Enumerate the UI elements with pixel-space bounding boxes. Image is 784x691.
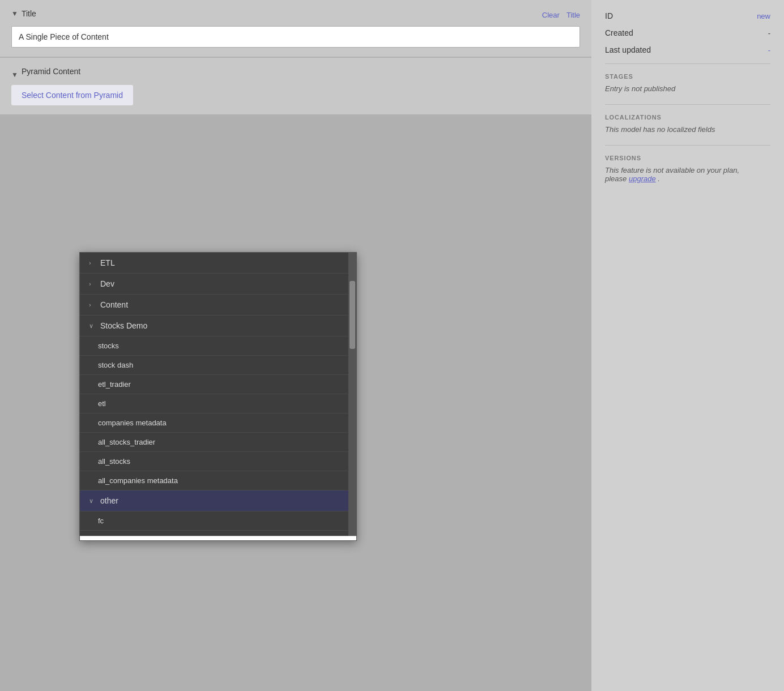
tree-child-fc[interactable]: fc: [80, 511, 348, 531]
stages-section: STAGES Entry is not published: [605, 73, 770, 93]
dropdown-list[interactable]: › ETL › Dev › Content ∨: [80, 253, 348, 536]
dropdown-scroll-area: › ETL › Dev › Content ∨: [80, 253, 356, 536]
last-updated-value: -: [768, 46, 770, 54]
divider-2: [605, 104, 770, 105]
title-actions: Clear Title: [542, 11, 580, 19]
tree-item-label: Dev: [100, 279, 114, 288]
tree-child-label: companies metadata: [98, 419, 167, 427]
expand-arrow-icon: ›: [89, 301, 96, 308]
versions-text2: please: [605, 174, 627, 183]
pyramid-toggle[interactable]: ▼ Pyramid Content: [11, 67, 580, 83]
versions-text: This feature is not available on your pl…: [605, 166, 770, 183]
created-row: Created -: [605, 28, 770, 37]
expand-arrow-icon: ›: [89, 280, 96, 287]
versions-text3: .: [658, 174, 660, 183]
localizations-title: LOCALIZATIONS: [605, 114, 770, 121]
tree-child-etl-tradier[interactable]: etl_tradier: [80, 375, 348, 394]
title-label: Title: [22, 9, 36, 18]
title-header: ▼ Title Clear Title: [11, 9, 580, 20]
upgrade-link[interactable]: upgrade: [629, 174, 656, 183]
collapse-arrow-icon: ▼: [11, 10, 18, 18]
expand-arrow-icon: ∨: [89, 322, 96, 330]
title-toggle[interactable]: ▼ Title: [11, 9, 36, 18]
versions-section: VERSIONS This feature is not available o…: [605, 155, 770, 183]
expand-arrow-icon: ›: [89, 259, 96, 266]
id-value: new: [757, 12, 770, 20]
tree-child-all-stocks[interactable]: all_stocks: [80, 452, 348, 471]
title-input[interactable]: [11, 26, 580, 48]
created-value: -: [768, 29, 770, 37]
id-row: ID new: [605, 11, 770, 20]
tree-child-label: all_companies metadata: [98, 476, 178, 485]
divider-3: [605, 145, 770, 146]
id-label: ID: [605, 11, 613, 20]
localizations-section: LOCALIZATIONS This model has no localize…: [605, 114, 770, 134]
tree-child-label: etl_tradier: [98, 380, 131, 389]
tree-child-stocks[interactable]: stocks: [80, 336, 348, 356]
tree-child-label: etl: [98, 399, 106, 408]
tree-child-label: fc: [98, 517, 104, 525]
right-sidebar: ID new Created - Last updated - STAGES E…: [591, 0, 784, 691]
tree-child-label: all_stocks_tradier: [98, 438, 155, 446]
expand-arrow-icon: ∨: [89, 497, 96, 505]
tree-item-label: Content: [100, 300, 128, 309]
tree-child-label: stock dash: [98, 361, 133, 369]
tree-child-label: all_stocks: [98, 457, 130, 466]
last-updated-label: Last updated: [605, 45, 651, 54]
stages-text: Entry is not published: [605, 84, 770, 93]
tree-item-other[interactable]: ∨ other: [80, 490, 348, 511]
title-link[interactable]: Title: [566, 11, 580, 19]
tree-child-etl[interactable]: etl: [80, 394, 348, 413]
tree-item-etl[interactable]: › ETL: [80, 253, 348, 274]
clear-button[interactable]: Clear: [542, 11, 560, 19]
tree-child-companies-metadata[interactable]: companies metadata: [80, 413, 348, 433]
localizations-text: This model has no localized fields: [605, 125, 770, 134]
stages-title: STAGES: [605, 73, 770, 80]
scrollbar-thumb[interactable]: [350, 281, 355, 349]
tree-item-label: ETL: [100, 258, 115, 267]
tree-item-stocks-demo[interactable]: ∨ Stocks Demo: [80, 315, 348, 336]
select-pyramid-button[interactable]: Select Content from Pyramid: [11, 85, 133, 105]
tree-child-all-companies-metadata[interactable]: all_companies metadata: [80, 471, 348, 490]
pyramid-dropdown: › ETL › Dev › Content ∨: [79, 252, 357, 541]
pyramid-section: ▼ Pyramid Content Select Content from Py…: [0, 58, 591, 114]
tree-child-label: stocks: [98, 342, 119, 350]
pyramid-collapse-icon: ▼: [11, 71, 18, 79]
tree-child-stock-dash[interactable]: stock dash: [80, 356, 348, 375]
scrollbar-track[interactable]: [348, 253, 356, 536]
divider-1: [605, 63, 770, 64]
pyramid-label: Pyramid Content: [22, 67, 80, 76]
versions-title: VERSIONS: [605, 155, 770, 161]
last-updated-row: Last updated -: [605, 45, 770, 54]
dropdown-bottom-bar: [80, 536, 356, 540]
tree-child-all-stocks-tradier[interactable]: all_stocks_tradier: [80, 433, 348, 452]
tree-child-csv-etl[interactable]: csv-etl: [80, 531, 348, 536]
tree-item-label: Stocks Demo: [100, 321, 147, 330]
tree-item-dev[interactable]: › Dev: [80, 274, 348, 295]
versions-text1: This feature is not available on your pl…: [605, 166, 739, 174]
tree-item-content[interactable]: › Content: [80, 295, 348, 315]
title-section: ▼ Title Clear Title: [0, 0, 591, 57]
tree-item-label: other: [100, 496, 118, 505]
created-label: Created: [605, 28, 633, 37]
